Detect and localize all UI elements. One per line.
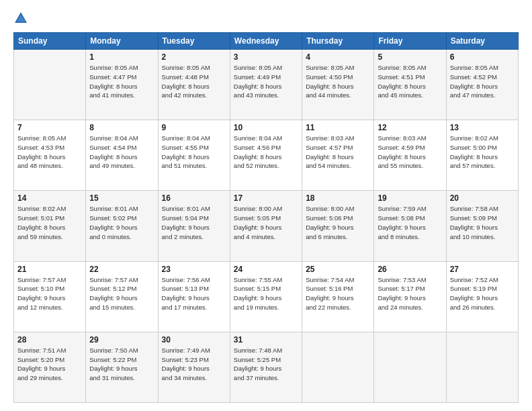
day-number: 20 <box>450 193 515 203</box>
weekday-header-thursday: Thursday <box>302 33 374 50</box>
day-cell: 10Sunrise: 8:04 AMSunset: 4:56 PMDayligh… <box>230 120 302 191</box>
calendar-table: SundayMondayTuesdayWednesdayThursdayFrid… <box>13 32 519 403</box>
day-cell: 16Sunrise: 8:01 AMSunset: 5:04 PMDayligh… <box>158 191 230 261</box>
day-cell: 23Sunrise: 7:56 AMSunset: 5:13 PMDayligh… <box>158 261 230 332</box>
day-cell: 27Sunrise: 7:52 AMSunset: 5:19 PMDayligh… <box>446 261 518 332</box>
day-info: Sunrise: 8:01 AMSunset: 5:04 PMDaylight:… <box>162 204 226 241</box>
day-info: Sunrise: 8:05 AMSunset: 4:49 PMDaylight:… <box>234 63 298 100</box>
day-number: 21 <box>17 265 82 274</box>
day-info: Sunrise: 8:05 AMSunset: 4:52 PMDaylight:… <box>450 63 515 100</box>
day-number: 9 <box>162 123 226 132</box>
logo-icon <box>13 11 28 26</box>
day-info: Sunrise: 8:01 AMSunset: 5:02 PMDaylight:… <box>89 204 154 241</box>
day-cell: 9Sunrise: 8:04 AMSunset: 4:55 PMDaylight… <box>158 120 230 191</box>
day-info: Sunrise: 7:52 AMSunset: 5:19 PMDaylight:… <box>450 275 515 312</box>
day-cell: 17Sunrise: 8:00 AMSunset: 5:05 PMDayligh… <box>230 191 302 261</box>
day-number: 12 <box>378 123 442 132</box>
day-number: 26 <box>378 265 442 274</box>
weekday-header-friday: Friday <box>374 33 446 50</box>
day-info: Sunrise: 8:03 AMSunset: 4:57 PMDaylight:… <box>306 134 370 171</box>
day-info: Sunrise: 7:49 AMSunset: 5:23 PMDaylight:… <box>162 346 226 383</box>
day-info: Sunrise: 7:57 AMSunset: 5:10 PMDaylight:… <box>17 275 82 312</box>
weekday-header-monday: Monday <box>86 33 158 50</box>
day-cell: 30Sunrise: 7:49 AMSunset: 5:23 PMDayligh… <box>158 332 230 402</box>
day-cell: 29Sunrise: 7:50 AMSunset: 5:22 PMDayligh… <box>86 332 158 402</box>
week-row-3: 14Sunrise: 8:02 AMSunset: 5:01 PMDayligh… <box>14 191 519 261</box>
day-number: 8 <box>89 123 154 132</box>
day-cell <box>302 332 374 402</box>
day-info: Sunrise: 8:05 AMSunset: 4:47 PMDaylight:… <box>89 63 154 100</box>
day-number: 23 <box>162 265 226 274</box>
day-number: 4 <box>306 52 370 62</box>
day-number: 13 <box>450 123 515 132</box>
day-info: Sunrise: 8:00 AMSunset: 5:06 PMDaylight:… <box>306 204 370 241</box>
calendar-page: SundayMondayTuesdayWednesdayThursdayFrid… <box>0 0 532 411</box>
day-number: 15 <box>89 193 154 203</box>
day-number: 25 <box>306 265 370 274</box>
day-number: 27 <box>450 265 515 274</box>
day-cell: 6Sunrise: 8:05 AMSunset: 4:52 PMDaylight… <box>446 50 518 120</box>
day-info: Sunrise: 8:02 AMSunset: 5:00 PMDaylight:… <box>450 134 515 171</box>
header <box>13 11 519 26</box>
day-number: 3 <box>234 52 298 62</box>
day-cell: 7Sunrise: 8:05 AMSunset: 4:53 PMDaylight… <box>14 120 86 191</box>
day-cell: 2Sunrise: 8:05 AMSunset: 4:48 PMDaylight… <box>158 50 230 120</box>
day-info: Sunrise: 7:56 AMSunset: 5:13 PMDaylight:… <box>162 275 226 312</box>
day-cell: 20Sunrise: 7:58 AMSunset: 5:09 PMDayligh… <box>446 191 518 261</box>
weekday-header-wednesday: Wednesday <box>230 33 302 50</box>
day-number: 24 <box>234 265 298 274</box>
day-cell: 15Sunrise: 8:01 AMSunset: 5:02 PMDayligh… <box>86 191 158 261</box>
day-number: 11 <box>306 123 370 132</box>
day-info: Sunrise: 7:59 AMSunset: 5:08 PMDaylight:… <box>378 204 442 241</box>
day-number: 18 <box>306 193 370 203</box>
day-info: Sunrise: 8:04 AMSunset: 4:55 PMDaylight:… <box>162 134 226 171</box>
day-number: 6 <box>450 52 515 62</box>
day-info: Sunrise: 8:02 AMSunset: 5:01 PMDaylight:… <box>17 204 82 241</box>
day-info: Sunrise: 8:04 AMSunset: 4:56 PMDaylight:… <box>234 134 298 171</box>
day-info: Sunrise: 8:05 AMSunset: 4:50 PMDaylight:… <box>306 63 370 100</box>
day-number: 28 <box>17 335 82 345</box>
logo <box>13 11 31 26</box>
day-info: Sunrise: 8:03 AMSunset: 4:59 PMDaylight:… <box>378 134 442 171</box>
day-number: 7 <box>17 123 82 132</box>
week-row-5: 28Sunrise: 7:51 AMSunset: 5:20 PMDayligh… <box>14 332 519 402</box>
day-cell: 13Sunrise: 8:02 AMSunset: 5:00 PMDayligh… <box>446 120 518 191</box>
day-number: 1 <box>89 52 154 62</box>
day-info: Sunrise: 7:53 AMSunset: 5:17 PMDaylight:… <box>378 275 442 312</box>
day-number: 22 <box>89 265 154 274</box>
week-row-1: 1Sunrise: 8:05 AMSunset: 4:47 PMDaylight… <box>14 50 519 120</box>
day-number: 10 <box>234 123 298 132</box>
weekday-header-tuesday: Tuesday <box>158 33 230 50</box>
day-cell: 24Sunrise: 7:55 AMSunset: 5:15 PMDayligh… <box>230 261 302 332</box>
day-cell: 4Sunrise: 8:05 AMSunset: 4:50 PMDaylight… <box>302 50 374 120</box>
day-number: 31 <box>234 335 298 345</box>
day-number: 19 <box>378 193 442 203</box>
day-number: 16 <box>162 193 226 203</box>
calendar-body: 1Sunrise: 8:05 AMSunset: 4:47 PMDaylight… <box>14 50 519 403</box>
day-number: 30 <box>162 335 226 345</box>
day-info: Sunrise: 7:58 AMSunset: 5:09 PMDaylight:… <box>450 204 515 241</box>
day-cell: 8Sunrise: 8:04 AMSunset: 4:54 PMDaylight… <box>86 120 158 191</box>
day-info: Sunrise: 7:54 AMSunset: 5:16 PMDaylight:… <box>306 275 370 312</box>
day-info: Sunrise: 7:57 AMSunset: 5:12 PMDaylight:… <box>89 275 154 312</box>
day-cell: 26Sunrise: 7:53 AMSunset: 5:17 PMDayligh… <box>374 261 446 332</box>
day-number: 2 <box>162 52 226 62</box>
day-cell: 3Sunrise: 8:05 AMSunset: 4:49 PMDaylight… <box>230 50 302 120</box>
day-number: 17 <box>234 193 298 203</box>
day-cell <box>374 332 446 402</box>
day-info: Sunrise: 7:51 AMSunset: 5:20 PMDaylight:… <box>17 346 82 383</box>
day-cell: 28Sunrise: 7:51 AMSunset: 5:20 PMDayligh… <box>14 332 86 402</box>
day-number: 5 <box>378 52 442 62</box>
day-info: Sunrise: 8:05 AMSunset: 4:51 PMDaylight:… <box>378 63 442 100</box>
day-info: Sunrise: 8:00 AMSunset: 5:05 PMDaylight:… <box>234 204 298 241</box>
day-cell: 12Sunrise: 8:03 AMSunset: 4:59 PMDayligh… <box>374 120 446 191</box>
day-cell: 19Sunrise: 7:59 AMSunset: 5:08 PMDayligh… <box>374 191 446 261</box>
calendar-header: SundayMondayTuesdayWednesdayThursdayFrid… <box>14 33 519 50</box>
day-cell: 1Sunrise: 8:05 AMSunset: 4:47 PMDaylight… <box>86 50 158 120</box>
day-cell: 22Sunrise: 7:57 AMSunset: 5:12 PMDayligh… <box>86 261 158 332</box>
day-info: Sunrise: 8:04 AMSunset: 4:54 PMDaylight:… <box>89 134 154 171</box>
day-cell: 18Sunrise: 8:00 AMSunset: 5:06 PMDayligh… <box>302 191 374 261</box>
day-number: 14 <box>17 193 82 203</box>
week-row-4: 21Sunrise: 7:57 AMSunset: 5:10 PMDayligh… <box>14 261 519 332</box>
day-cell: 21Sunrise: 7:57 AMSunset: 5:10 PMDayligh… <box>14 261 86 332</box>
